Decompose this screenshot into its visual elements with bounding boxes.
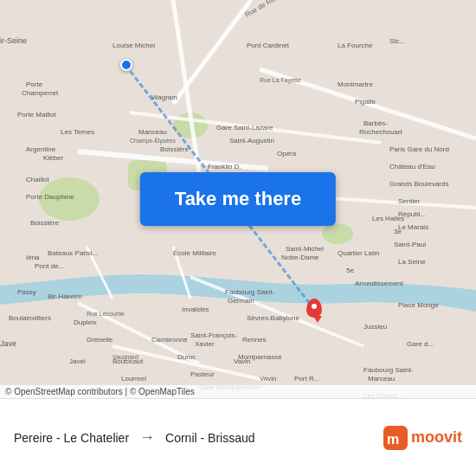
svg-text:Cambronne: Cambronne xyxy=(151,336,188,344)
svg-text:Javel: Javel xyxy=(69,357,86,365)
svg-text:Notre-Dame: Notre-Dame xyxy=(281,254,319,261)
moovit-text: moovit xyxy=(411,428,462,447)
svg-text:École Militaire: École Militaire xyxy=(173,249,216,257)
svg-text:Sentier: Sentier xyxy=(398,197,421,205)
svg-text:Pont de...: Pont de... xyxy=(35,262,64,270)
from-station: Pereire - Le Chatelier xyxy=(14,431,129,445)
svg-text:Pont Cardinet: Pont Cardinet xyxy=(247,42,290,49)
svg-text:ir-Seine: ir-Seine xyxy=(0,36,27,45)
svg-text:Château d'Eau: Château d'Eau xyxy=(389,163,435,170)
svg-text:Bir-Hakeim: Bir-Hakeim xyxy=(48,293,82,300)
svg-text:m: m xyxy=(387,432,399,447)
svg-text:Manceau: Manceau xyxy=(138,128,167,136)
svg-text:Le Marais: Le Marais xyxy=(398,223,428,231)
moovit-logo: m moovit xyxy=(383,426,462,450)
destination-pin xyxy=(306,299,322,325)
route-arrow-icon: → xyxy=(139,428,155,447)
svg-text:Paris Gare du Nord: Paris Gare du Nord xyxy=(389,145,449,153)
svg-text:Dupleix: Dupleix xyxy=(74,318,97,326)
svg-text:Stc...: Stc... xyxy=(389,37,405,45)
svg-text:Porte: Porte xyxy=(26,80,43,88)
svg-text:Jave: Jave xyxy=(0,339,16,348)
svg-point-4 xyxy=(322,223,353,244)
svg-text:Pasteur: Pasteur xyxy=(190,370,215,378)
svg-text:Iéna: Iéna xyxy=(26,254,40,261)
svg-text:5e: 5e xyxy=(346,267,354,274)
svg-text:3e: 3e xyxy=(394,228,402,235)
svg-text:Rochechouart: Rochechouart xyxy=(359,128,403,136)
svg-text:Place Monge: Place Monge xyxy=(398,301,439,309)
svg-text:Saint-François-: Saint-François- xyxy=(190,331,238,339)
svg-text:Opéra: Opéra xyxy=(277,150,297,158)
bottom-bar: Pereire - Le Chatelier → Cornil - Brissa… xyxy=(0,398,476,476)
svg-text:Jussieu: Jussieu xyxy=(363,323,387,331)
svg-text:Grenelle: Grenelle xyxy=(87,336,113,344)
svg-text:Rennes: Rennes xyxy=(242,336,267,344)
take-me-there-button[interactable]: Take me there xyxy=(140,172,336,226)
svg-text:Bateaux Parisi...: Bateaux Parisi... xyxy=(48,249,98,257)
map-attribution: © OpenStreetMap contributors | © OpenMap… xyxy=(0,385,476,398)
svg-text:Les Ternes: Les Ternes xyxy=(61,128,94,136)
to-station: Cornil - Brissaud xyxy=(165,431,254,445)
svg-text:Vavin: Vavin xyxy=(260,375,276,383)
svg-text:Porte Dauphine: Porte Dauphine xyxy=(26,193,74,201)
svg-text:Invalides: Invalides xyxy=(182,306,209,313)
map-container: Rue de Rome Champs-Élysées Rue La Fayett… xyxy=(0,0,476,398)
svg-text:Chaillot: Chaillot xyxy=(26,176,49,183)
svg-text:Wagram: Wagram xyxy=(151,93,177,101)
svg-text:Kléber: Kléber xyxy=(43,154,63,162)
svg-text:Passy: Passy xyxy=(17,288,36,296)
svg-text:Rue La Fayette: Rue La Fayette xyxy=(260,77,301,84)
svg-text:La Fourche: La Fourche xyxy=(338,42,373,49)
origin-dot xyxy=(120,59,132,71)
svg-text:Champerret: Champerret xyxy=(22,89,59,97)
svg-text:Saint-Paul: Saint-Paul xyxy=(394,241,426,248)
moovit-icon: m xyxy=(383,426,408,450)
svg-text:Saint-Augustin: Saint-Augustin xyxy=(229,137,274,145)
svg-text:Lourmel: Lourmel xyxy=(121,375,146,383)
svg-text:Boulainvilliers: Boulainvilliers xyxy=(9,314,51,322)
svg-text:Montmartre: Montmartre xyxy=(338,80,373,88)
svg-text:Faubourg Saint-: Faubourg Saint- xyxy=(363,366,414,374)
svg-text:Rue Lecourbe: Rue Lecourbe xyxy=(87,311,125,317)
svg-text:Saint-Michel: Saint-Michel xyxy=(286,245,324,253)
svg-text:La Seine: La Seine xyxy=(398,258,426,266)
svg-text:Barbès-: Barbès- xyxy=(363,119,388,127)
svg-text:Arrondissement: Arrondissement xyxy=(355,280,404,287)
svg-text:Germain: Germain xyxy=(228,297,254,305)
svg-text:Quartier Latin: Quartier Latin xyxy=(338,249,379,257)
svg-text:Marceau: Marceau xyxy=(368,375,395,383)
svg-text:Gare Saint-Lazare: Gare Saint-Lazare xyxy=(216,124,273,132)
svg-text:Louise Michel: Louise Michel xyxy=(113,42,155,49)
svg-text:Sèvres-Babylone: Sèvres-Babylone xyxy=(247,314,299,322)
svg-text:Faubourg Saint-: Faubourg Saint- xyxy=(225,288,275,296)
svg-text:Franklin D.: Franklin D. xyxy=(208,163,241,170)
route-info: Pereire - Le Chatelier → Cornil - Brissa… xyxy=(14,428,383,447)
svg-text:Montparnasse: Montparnasse xyxy=(238,353,282,361)
svg-text:Champs-Élysées: Champs-Élysées xyxy=(130,137,176,145)
svg-text:Grands Boulevards: Grands Boulevards xyxy=(389,180,448,188)
svg-text:Boucicaut: Boucicaut xyxy=(113,357,144,365)
svg-text:Républ...: Républ... xyxy=(398,210,426,218)
svg-text:Boissière: Boissière xyxy=(30,219,59,227)
svg-text:Porte Maillot: Porte Maillot xyxy=(17,111,56,119)
svg-text:Argentine: Argentine xyxy=(26,145,56,153)
svg-text:Port R...: Port R... xyxy=(294,375,319,383)
svg-text:Xavier: Xavier xyxy=(195,340,215,348)
svg-text:Duroc: Duroc xyxy=(177,353,196,361)
svg-text:Gare d...: Gare d... xyxy=(407,340,434,348)
svg-text:Pigalle: Pigalle xyxy=(355,98,376,106)
svg-text:Boissière: Boissière xyxy=(160,145,189,153)
